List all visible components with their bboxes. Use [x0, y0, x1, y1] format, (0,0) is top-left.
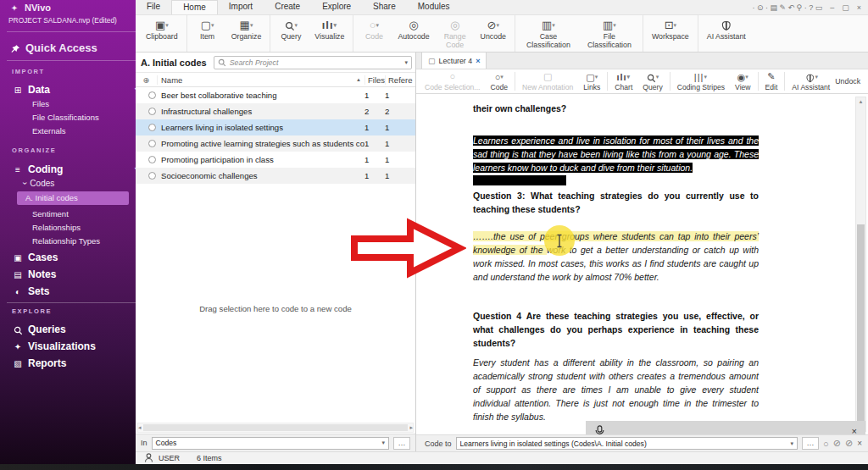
clipboard-button[interactable]: ▣▾ Clipboard: [140, 15, 184, 52]
table-row[interactable]: Promoting active learning strategies suc…: [136, 135, 415, 152]
item-count: 6 Items: [197, 454, 222, 462]
code-circle-icon: ○: [449, 71, 455, 82]
uncode-all-icon[interactable]: ⊘: [845, 438, 853, 449]
quick-access-toolbar[interactable]: · ⊙ · ▤ ✎ ↶ ⚲ · ? ▭: [752, 3, 822, 12]
add-column-icon[interactable]: ⊕: [136, 75, 158, 85]
vertical-scrollbar[interactable]: ▴ ▾: [855, 97, 866, 432]
scroll-up-icon[interactable]: ▴: [856, 98, 865, 105]
uncode-icon[interactable]: ⊘: [833, 438, 841, 449]
ai-assistant-button[interactable]: ▾AI Assistant: [787, 69, 835, 93]
uncode-button[interactable]: ⊘▾ Uncode: [475, 15, 512, 52]
table-row[interactable]: Promoting participation in class11: [136, 152, 415, 168]
sort-asc-icon: ▲: [356, 77, 364, 82]
document-icon: ▢: [428, 57, 436, 65]
scrollbar-thumb[interactable]: [143, 424, 409, 431]
visualize-button[interactable]: ılı▾ Visualize: [309, 15, 350, 52]
panel-title: A. Initial codes: [141, 58, 207, 68]
sidebar-item-sets[interactable]: ◐Sets ›: [12, 285, 147, 297]
table-row[interactable]: Socioeconomic challenges11: [136, 168, 415, 184]
sidebar-item-coding[interactable]: ≡Coding ›: [12, 163, 147, 175]
ai-assistant-button[interactable]: AI Assistant: [701, 15, 752, 52]
chevron-down-icon: ›: [20, 182, 30, 185]
edit-button[interactable]: ✎Edit: [760, 69, 783, 93]
code-to-label: Code to: [425, 440, 452, 448]
workspace-button[interactable]: ⊡▾ Workspace: [646, 15, 695, 52]
sidebar-item-cases[interactable]: ▣Cases ›: [12, 252, 147, 263]
view-button[interactable]: ◉▾View: [730, 69, 755, 93]
codes-table: Beer best collaborative teaching11 Infra…: [136, 87, 415, 184]
tab-import[interactable]: Import: [218, 0, 264, 14]
case-classification-button[interactable]: ▥▾ Case Classification: [518, 15, 579, 52]
sidebar-item-notes[interactable]: ▤Notes ›: [12, 268, 147, 280]
pencil-icon: ✎: [767, 71, 775, 82]
sidebar-item-queries[interactable]: Queries ›: [12, 323, 147, 335]
doc-paragraph: their own challenges?: [473, 102, 759, 115]
column-files[interactable]: Files: [364, 75, 385, 85]
code-to-select[interactable]: Learners living in isolated settings (Co…: [456, 437, 798, 450]
links-button[interactable]: ▢▾Links: [578, 69, 605, 93]
search-icon: [218, 58, 226, 67]
item-button[interactable]: ▢▾ Item: [190, 15, 225, 52]
organize-button[interactable]: ▦▾ Organize: [225, 15, 268, 52]
more-options-button[interactable]: …: [393, 437, 410, 450]
tab-home[interactable]: Home: [171, 0, 218, 14]
sidebar-item-data[interactable]: ⊞Data ›: [12, 84, 147, 96]
section-organize: ORGANIZE: [12, 147, 147, 154]
ibeam-icon: [555, 234, 564, 248]
table-row[interactable]: Infrastructural challenges22: [136, 103, 415, 119]
close-icon[interactable]: ×: [857, 3, 861, 12]
query-button[interactable]: ▾ Query: [273, 15, 309, 52]
document-content[interactable]: their own challenges? Learners experienc…: [416, 95, 868, 434]
close-tab-icon[interactable]: ×: [476, 57, 480, 65]
reports-icon: ▧: [12, 359, 24, 368]
horizontal-scrollbar[interactable]: ◂ ▸: [137, 423, 414, 433]
tab-share[interactable]: Share: [362, 0, 407, 14]
scroll-left-icon[interactable]: ◂: [138, 424, 142, 431]
close-icon[interactable]: ×: [857, 439, 862, 448]
doc-question-4-answer: Every student has a different ability in…: [473, 356, 759, 423]
tab-modules[interactable]: Modules: [407, 0, 461, 14]
tab-explore[interactable]: Explore: [311, 0, 362, 14]
code-icon[interactable]: ○: [823, 439, 829, 449]
column-references[interactable]: Refere: [385, 75, 415, 85]
section-import: IMPORT: [12, 68, 147, 75]
query-button[interactable]: ▾Query: [637, 69, 667, 93]
undock-button[interactable]: Undock: [835, 77, 868, 86]
file-classification-button[interactable]: ▥▾ File Classification: [579, 15, 640, 52]
column-name[interactable]: Name▲: [158, 75, 364, 85]
table-row-selected[interactable]: Learners living in isolated settings11: [136, 119, 415, 135]
in-select[interactable]: Codes▾: [152, 437, 389, 450]
links-icon: ▢: [586, 72, 594, 82]
scrollbar-thumb[interactable]: [857, 224, 865, 423]
tab-lecturer-4[interactable]: ▢ Lecturer 4 ×: [421, 52, 487, 69]
tab-create[interactable]: Create: [264, 0, 311, 14]
scroll-right-icon[interactable]: ▸: [409, 424, 413, 431]
selection-block: [473, 175, 566, 185]
coding-stripes-button[interactable]: |||▾Coding Stripes: [672, 69, 730, 93]
chevron-down-icon[interactable]: ▾: [401, 59, 408, 66]
chart-button[interactable]: ılı▾Chart: [609, 69, 637, 93]
sidebar-item-quick-access[interactable]: Quick Access: [10, 41, 146, 54]
doc-question-3: Question 3: What teaching strategies do …: [473, 189, 759, 216]
annotation-icon: ▢: [543, 71, 552, 82]
status-bar: USER 6 Items: [136, 451, 868, 464]
sidebar-item-visualizations[interactable]: ✦Visualizations ›: [12, 340, 147, 352]
autocode-button[interactable]: ◎ Autocode: [392, 15, 435, 52]
section-explore: EXPLORE: [12, 307, 147, 315]
restore-icon[interactable]: ▢: [842, 3, 849, 12]
sidebar-item-reports[interactable]: ▧Reports ›: [12, 357, 147, 369]
eye-icon: ◉: [737, 72, 746, 82]
in-filter-bar: In Codes▾ …: [136, 434, 415, 451]
chart-bars-icon: ılı: [322, 19, 334, 31]
sidebar-item-initial-codes[interactable]: A. Initial codes: [17, 191, 129, 205]
tab-file[interactable]: File: [136, 0, 171, 14]
search-input[interactable]: Search Project ▾: [214, 56, 412, 69]
code-button[interactable]: ○▾Code: [485, 69, 513, 93]
document-toolbar: ○Code Selection... ○▾Code ▢New Annotatio…: [416, 69, 868, 94]
code-selection-button: ○Code Selection...: [420, 69, 485, 93]
more-options-button[interactable]: …: [802, 437, 819, 450]
minimize-icon[interactable]: –: [830, 3, 834, 12]
navigation-sidebar: ✦NVivo ‹ PROJECT SALDANA.nvp (Edited) Qu…: [0, 0, 136, 464]
search-icon: [285, 21, 295, 31]
table-row[interactable]: Beer best collaborative teaching11: [136, 87, 415, 103]
